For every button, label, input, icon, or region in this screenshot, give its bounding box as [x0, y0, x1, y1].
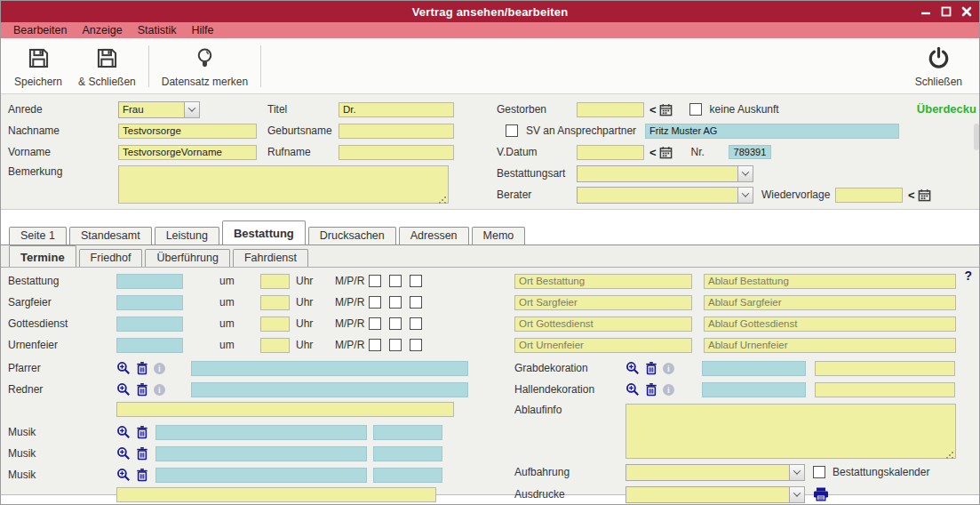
tab-seite1[interactable]: Seite 1	[9, 227, 67, 244]
chevron-down-icon[interactable]	[737, 166, 753, 181]
chevron-left-icon[interactable]: <	[649, 147, 657, 158]
event-date-input[interactable]	[116, 295, 183, 310]
geburtsname-input[interactable]	[339, 124, 454, 139]
tab-adressen[interactable]: Adressen	[399, 227, 469, 244]
ansprechpartner-input[interactable]	[645, 124, 899, 139]
minimize-icon[interactable]	[920, 6, 931, 17]
chevron-left-icon[interactable]: <	[908, 189, 915, 201]
p-checkbox[interactable]	[389, 296, 402, 309]
menu-hilfe[interactable]: Hilfe	[191, 24, 213, 36]
ort-input[interactable]	[514, 295, 692, 310]
ort-input[interactable]	[514, 317, 692, 332]
bestattungskalender-checkbox[interactable]	[813, 466, 825, 478]
ort-input[interactable]	[514, 338, 692, 353]
aufbahrung-select[interactable]	[625, 464, 805, 481]
event-time-input[interactable]	[260, 317, 290, 332]
wiedervorlage-input[interactable]	[835, 188, 903, 203]
info-icon[interactable]: i	[154, 363, 165, 374]
p-checkbox[interactable]	[389, 339, 402, 351]
musik-input[interactable]	[155, 468, 367, 483]
chevron-down-icon[interactable]	[789, 465, 804, 480]
vdatum-input[interactable]	[577, 145, 644, 160]
musik-note-input[interactable]	[116, 487, 436, 502]
m-checkbox[interactable]	[369, 317, 381, 330]
event-time-input[interactable]	[260, 338, 290, 353]
musik-input[interactable]	[155, 446, 367, 461]
chevron-down-icon[interactable]	[737, 188, 753, 203]
delete-icon[interactable]	[136, 446, 148, 461]
event-time-input[interactable]	[260, 274, 290, 289]
r-checkbox[interactable]	[410, 275, 422, 287]
anrede-select[interactable]: Frau	[118, 101, 200, 118]
delete-icon[interactable]	[645, 361, 657, 375]
ausdrucke-select[interactable]	[625, 486, 805, 503]
delete-icon[interactable]	[136, 468, 148, 482]
pfarrer-note-input[interactable]	[116, 402, 454, 417]
m-checkbox[interactable]	[369, 296, 381, 309]
tab-standesamt[interactable]: Standesamt	[69, 227, 152, 244]
musik-detail-input[interactable]	[373, 468, 442, 483]
berater-select[interactable]	[577, 187, 753, 204]
search-icon[interactable]	[116, 446, 131, 461]
bemerkung-textarea[interactable]	[118, 165, 449, 204]
search-icon[interactable]	[625, 361, 640, 375]
ort-input[interactable]	[514, 274, 692, 289]
menu-bearbeiten[interactable]: Bearbeiten	[13, 24, 67, 36]
subtab-termine[interactable]: Termine	[9, 245, 76, 267]
r-checkbox[interactable]	[410, 296, 422, 309]
menu-anzeige[interactable]: Anzeige	[82, 24, 122, 36]
nachname-input[interactable]	[118, 124, 257, 139]
delete-icon[interactable]	[136, 361, 148, 375]
ablauf-input[interactable]	[704, 317, 956, 332]
titel-input[interactable]	[339, 102, 454, 117]
delete-icon[interactable]	[645, 382, 657, 397]
event-time-input[interactable]	[260, 295, 290, 310]
menu-statistik[interactable]: Statistik	[138, 24, 177, 36]
r-checkbox[interactable]	[410, 339, 422, 351]
sv-an-ansprechpartner-checkbox[interactable]	[506, 124, 518, 137]
p-checkbox[interactable]	[389, 275, 402, 287]
chevron-left-icon[interactable]: <	[649, 104, 657, 116]
calendar-icon[interactable]	[918, 188, 931, 202]
tab-drucksachen[interactable]: Drucksachen	[308, 227, 396, 244]
calendar-icon[interactable]	[659, 103, 673, 116]
info-icon[interactable]: i	[154, 384, 165, 396]
vorname-input[interactable]	[118, 145, 257, 160]
rufname-input[interactable]	[339, 145, 454, 160]
bestattungsart-select[interactable]	[577, 165, 753, 182]
printer-icon[interactable]	[813, 487, 829, 501]
musik-detail-input[interactable]	[373, 425, 442, 440]
subtab-ueberfuehrung[interactable]: Überführung	[145, 249, 230, 267]
resize-grip-icon[interactable]	[945, 451, 953, 459]
r-checkbox[interactable]	[410, 317, 422, 330]
hallendekoration-note-input[interactable]	[815, 382, 955, 397]
save-and-close-button[interactable]: & Schließen	[70, 41, 144, 92]
close-icon[interactable]	[961, 6, 972, 17]
grabdekoration-note-input[interactable]	[815, 361, 955, 376]
search-icon[interactable]	[625, 382, 640, 397]
hallendekoration-input[interactable]	[702, 382, 806, 397]
info-icon[interactable]: i	[663, 363, 674, 374]
delete-icon[interactable]	[136, 382, 148, 397]
delete-icon[interactable]	[136, 425, 148, 439]
remember-record-button[interactable]: Datensatz merken	[154, 41, 256, 92]
musik-input[interactable]	[155, 425, 367, 440]
grabdekoration-input[interactable]	[702, 361, 806, 376]
resize-grip-icon[interactable]	[438, 196, 446, 204]
m-checkbox[interactable]	[369, 339, 381, 351]
event-date-input[interactable]	[116, 317, 183, 332]
pfarrer-input[interactable]	[191, 361, 468, 376]
tab-leistung[interactable]: Leistung	[155, 227, 219, 244]
tab-memo[interactable]: Memo	[472, 227, 526, 244]
p-checkbox[interactable]	[389, 317, 402, 330]
ablauf-input[interactable]	[704, 338, 956, 353]
m-checkbox[interactable]	[369, 275, 381, 287]
tab-bestattung[interactable]: Bestattung	[222, 220, 306, 244]
maximize-icon[interactable]	[941, 6, 952, 17]
chevron-down-icon[interactable]	[184, 102, 199, 117]
event-date-input[interactable]	[116, 338, 183, 353]
ablauf-input[interactable]	[704, 274, 956, 289]
event-date-input[interactable]	[116, 274, 183, 289]
ablaufinfo-textarea[interactable]	[625, 404, 956, 459]
info-icon[interactable]: i	[663, 384, 674, 396]
